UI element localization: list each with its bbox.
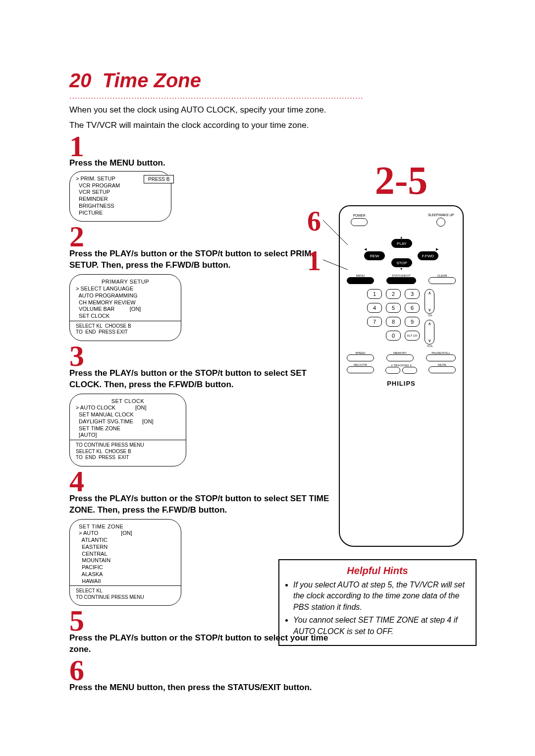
osd-item: MOUNTAIN [76,557,175,564]
osd-item: VOLUME BAR [ON] [76,306,175,313]
osd-item: PACIFIC [76,564,175,571]
key-9[interactable]: 9 [405,317,420,327]
intro-line-2: The TV/VCR will maintain the clock accor… [69,120,476,131]
osd-item: AUTO PROGRAMMING [76,292,175,299]
remote-label: VOL [425,345,435,348]
osd-item: SET MANUAL CLOCK [76,411,180,418]
key-4[interactable]: 4 [367,303,382,313]
step1-text: Press the MENU button. [69,158,337,168]
menu-button[interactable] [347,277,374,284]
remote-label: CH [425,314,435,317]
osd-balloon: PRESS B [144,175,174,183]
key-8[interactable]: 8 [386,317,401,327]
key-2[interactable]: 2 [386,289,401,299]
step2-text: Press the PLAY/s button or the STOP/t bu… [69,248,337,271]
rec-button[interactable] [347,366,374,373]
callout-1: 1 [307,245,321,277]
remote-label-sleep: SLEEP/WAKE UP [426,213,456,217]
step3-text: Press the PLAY/s button or the STOP/t bu… [69,368,337,391]
ch-rocker[interactable]: ∧∨ [425,289,434,314]
ffwd-button[interactable]: F.FWD [418,251,438,260]
osd-item: HAWAII [76,578,175,585]
hint-item: If you select AUTO at step 5, the TV/VCR… [293,580,469,613]
key-0[interactable]: 0 [386,331,401,341]
osd-set-clock: SET CLOCK > AUTO CLOCK [ON] SET MANUAL C… [69,394,186,466]
page-heading: 20 Time Zone [69,69,476,92]
osd-item: > AUTO CLOCK [ON] [76,405,180,411]
step4-text: Press the PLAY/s button or the STOP/t bu… [69,493,337,516]
osd-item: SET TIME ZONE [76,425,180,432]
key-7[interactable]: 7 [367,317,382,327]
play-button[interactable]: PLAY [391,239,412,248]
power-button[interactable] [351,218,368,226]
osd-item: ALASKA [76,571,175,578]
altch-button[interactable]: ALT CH [405,331,420,341]
osd-item: CENTRAL [76,551,175,558]
osd-primary-setup: PRIMARY SETUP > SELECT LANGUAGE AUTO PRO… [69,274,181,341]
leader-line-icon [323,210,353,255]
step2-number: 2 [69,222,337,251]
svg-line-0 [323,220,348,245]
osd-header: PRIMARY SETUP [76,279,175,286]
osd-item: [AUTO] [76,432,180,439]
remote-illustration: 2-5 POWER SLEEP/WAKE UP ▲ PLAY ◀ REW [332,161,471,547]
osd-footer: SELECT KL TO CONTINUE PRESS MENU [76,588,175,600]
status-button[interactable] [386,277,416,284]
step4-number: 4 [69,466,337,496]
osd-item: > AUTO [ON] [76,530,175,537]
rew-button[interactable]: REW [364,251,385,260]
key-6[interactable]: 6 [405,303,420,313]
osd-header: SET CLOCK [76,398,180,405]
intro-line-1: When you set the clock using AUTO CLOCK,… [69,105,476,116]
step3-number: 3 [69,341,337,371]
speed-button[interactable] [347,354,374,361]
hints-title: Helpful Hints [286,565,469,577]
key-5[interactable]: 5 [386,303,401,313]
step6-number: 6 [69,655,337,685]
osd-header: SET TIME ZONE [76,523,175,530]
callout-range: 2-5 [332,161,471,200]
osd-item: EASTERN [76,544,175,551]
osd-item: VCR SETUP [76,189,165,196]
callout-6: 6 [307,205,321,237]
divider-dots: ........................................… [69,92,476,101]
step1-number: 1 [69,131,337,161]
tracking-down[interactable] [385,367,400,374]
sleep-button[interactable] [436,218,445,227]
helpful-hints-box: Helpful Hints If you select AUTO at step… [278,559,477,646]
osd-item: CH MEMORY REVIEW [76,299,175,306]
leader-line-icon [323,255,353,275]
osd-item: SET CLOCK [76,313,175,320]
osd-set-time-zone: SET TIME ZONE > AUTO [ON] ATLANTIC EASTE… [69,519,181,606]
mute-button[interactable] [428,366,456,373]
tracking-up[interactable] [402,367,417,374]
clear-button[interactable] [428,277,456,284]
page-number: 20 [69,69,92,91]
page-title: Time Zone [103,69,201,91]
stop-button[interactable]: STOP [391,258,412,267]
remote-keypad: 1 2 3 4 5 6 7 8 9 0 ALT CH [367,289,420,341]
hint-item: You cannot select SET TIME ZONE at step … [293,615,469,637]
svg-line-1 [323,260,348,270]
osd-item: DAYLIGHT SVG.TIME [ON] [76,418,180,425]
key-3[interactable]: 3 [405,289,420,299]
osd-item: PICTURE [76,210,165,217]
osd-item: ATLANTIC [76,537,175,544]
osd-footer: SELECT KL CHOOSE B TO END PRESS EXIT [76,323,175,336]
brand-label: PHILIPS [347,380,456,387]
key-1[interactable]: 1 [367,289,382,299]
remote-label: ∨ TRACKING ∧ [384,363,419,367]
pause-button[interactable] [426,354,456,361]
osd-item: REMINDER [76,196,165,203]
vol-rocker[interactable]: ∧∨ [425,320,434,345]
osd-item: BRIGHTNESS [76,203,165,210]
step6-text: Press the MENU button, then press the ST… [69,682,337,694]
osd-item: > SELECT LANGUAGE [76,286,175,292]
memory-button[interactable] [386,354,414,361]
osd-footer: TO CONTINUE PRESS MENU SELECT KL CHOOSE … [76,442,180,461]
